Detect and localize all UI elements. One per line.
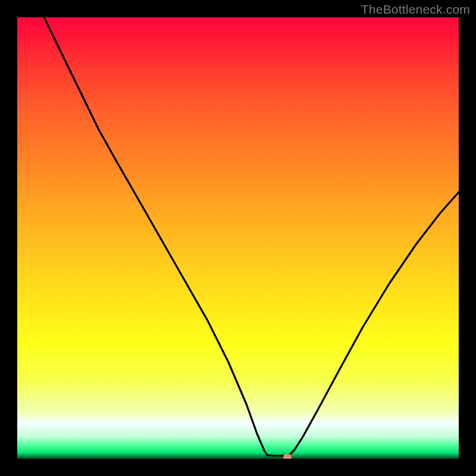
watermark-label: TheBottleneck.com (361, 2, 470, 17)
bottleneck-curve (17, 17, 459, 459)
optimum-marker (283, 454, 292, 459)
plot-area (17, 17, 459, 459)
chart-frame: TheBottleneck.com (0, 0, 476, 476)
curve-line (44, 17, 459, 456)
